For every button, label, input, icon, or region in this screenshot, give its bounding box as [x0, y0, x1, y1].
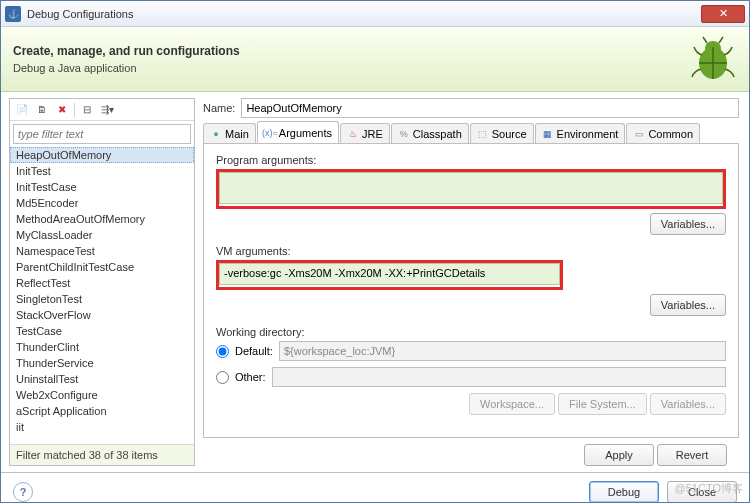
vm-args-label: VM arguments: — [216, 245, 726, 257]
vm-args-variables-button[interactable]: Variables... — [650, 294, 726, 316]
tree-item[interactable]: iit — [10, 419, 194, 435]
tab-classpath[interactable]: %Classpath — [391, 123, 469, 143]
tree-item[interactable]: Web2xConfigure — [10, 387, 194, 403]
tree-item[interactable]: MyClassLoader — [10, 227, 194, 243]
tab-icon: ♨ — [347, 128, 359, 140]
wd-variables-button[interactable]: Variables... — [650, 393, 726, 415]
tab-label: Classpath — [413, 128, 462, 140]
config-detail-panel: Name: ●Main(x)=Arguments♨JRE%Classpath⬚S… — [195, 92, 749, 472]
wd-default-radio[interactable] — [216, 345, 229, 358]
program-args-highlight — [216, 169, 726, 209]
workspace-button[interactable]: Workspace... — [469, 393, 555, 415]
header-title: Create, manage, and run configurations — [13, 44, 689, 58]
name-input[interactable] — [241, 98, 739, 118]
wd-default-label: Default: — [235, 345, 273, 357]
tab-label: Source — [492, 128, 527, 140]
name-label: Name: — [203, 102, 235, 114]
delete-config-icon[interactable]: ✖ — [54, 102, 70, 118]
tab-main[interactable]: ●Main — [203, 123, 256, 143]
vm-args-highlight: -verbose:gc -Xms20M -Xmx20M -XX:+PrintGC… — [216, 260, 563, 290]
window-title: Debug Configurations — [27, 8, 701, 20]
tab-label: JRE — [362, 128, 383, 140]
wd-other-radio[interactable] — [216, 371, 229, 384]
help-icon[interactable]: ? — [13, 482, 33, 502]
list-toolbar: 📄 🗎 ✖ ⊟ ⇶▾ — [10, 99, 194, 121]
tree-item[interactable]: UninstallTest — [10, 371, 194, 387]
tree-item[interactable]: ThunderService — [10, 355, 194, 371]
tree-item[interactable]: InitTest — [10, 163, 194, 179]
filter-status: Filter matched 38 of 38 items — [10, 444, 194, 465]
dialog-footer: ? Debug Close — [1, 472, 749, 503]
tab-icon: % — [398, 128, 410, 140]
window-close-button[interactable]: ✕ — [701, 5, 745, 23]
tree-item[interactable]: ParentChildInitTestCase — [10, 259, 194, 275]
dialog-header: Create, manage, and run configurations D… — [1, 27, 749, 92]
collapse-all-icon[interactable]: ⊟ — [79, 102, 95, 118]
new-config-icon[interactable]: 📄 — [14, 102, 30, 118]
tab-icon: ● — [210, 128, 222, 140]
tab-icon: (x)= — [264, 127, 276, 139]
tab-jre[interactable]: ♨JRE — [340, 123, 390, 143]
tree-item[interactable]: InitTestCase — [10, 179, 194, 195]
arguments-panel: Program arguments: Variables... VM argum… — [203, 144, 739, 438]
duplicate-config-icon[interactable]: 🗎 — [34, 102, 50, 118]
tab-icon: ⬚ — [477, 128, 489, 140]
tab-label: Arguments — [279, 127, 332, 139]
vm-args-input[interactable]: -verbose:gc -Xms20M -Xmx20M -XX:+PrintGC… — [219, 263, 560, 285]
wd-other-input — [272, 367, 726, 387]
config-list-panel: 📄 🗎 ✖ ⊟ ⇶▾ HeapOutOfMemoryInitTestInitTe… — [9, 98, 195, 466]
header-subtitle: Debug a Java application — [13, 62, 689, 74]
tab-environment[interactable]: ▦Environment — [535, 123, 626, 143]
tree-item[interactable]: SingletonTest — [10, 291, 194, 307]
apply-button[interactable]: Apply — [584, 444, 654, 466]
program-args-variables-button[interactable]: Variables... — [650, 213, 726, 235]
bug-icon — [689, 35, 737, 83]
toolbar-separator — [74, 103, 75, 117]
wd-other-label: Other: — [235, 371, 266, 383]
tab-common[interactable]: ▭Common — [626, 123, 700, 143]
working-dir-label: Working directory: — [216, 326, 726, 338]
tree-item[interactable]: aScript Application — [10, 403, 194, 419]
wd-default-input — [279, 341, 726, 361]
program-args-label: Program arguments: — [216, 154, 726, 166]
watermark: @51CTO博客 — [675, 481, 743, 496]
tree-item[interactable]: ThunderClint — [10, 339, 194, 355]
tab-label: Main — [225, 128, 249, 140]
app-icon: ⚓ — [5, 6, 21, 22]
filter-box — [13, 124, 191, 144]
tree-item[interactable]: MethodAreaOutOfMemory — [10, 211, 194, 227]
tree-item[interactable]: NamespaceTest — [10, 243, 194, 259]
tab-bar: ●Main(x)=Arguments♨JRE%Classpath⬚Source▦… — [203, 122, 739, 144]
tree-item[interactable]: TestCase — [10, 323, 194, 339]
tab-label: Common — [648, 128, 693, 140]
tab-label: Environment — [557, 128, 619, 140]
tab-icon: ▭ — [633, 128, 645, 140]
title-bar: ⚓ Debug Configurations ✕ — [1, 1, 749, 27]
tab-icon: ▦ — [542, 128, 554, 140]
tree-item[interactable]: Md5Encoder — [10, 195, 194, 211]
debug-button[interactable]: Debug — [589, 481, 659, 503]
tree-item[interactable]: ReflectTest — [10, 275, 194, 291]
revert-button[interactable]: Revert — [657, 444, 727, 466]
config-tree[interactable]: HeapOutOfMemoryInitTestInitTestCaseMd5En… — [10, 147, 194, 444]
tab-arguments[interactable]: (x)=Arguments — [257, 121, 339, 143]
filesystem-button[interactable]: File System... — [558, 393, 647, 415]
tree-item[interactable]: HeapOutOfMemory — [10, 147, 194, 163]
tab-source[interactable]: ⬚Source — [470, 123, 534, 143]
tree-item[interactable]: StackOverFlow — [10, 307, 194, 323]
filter-input[interactable] — [13, 124, 191, 144]
filter-icon[interactable]: ⇶▾ — [99, 102, 115, 118]
program-args-input[interactable] — [219, 172, 723, 204]
